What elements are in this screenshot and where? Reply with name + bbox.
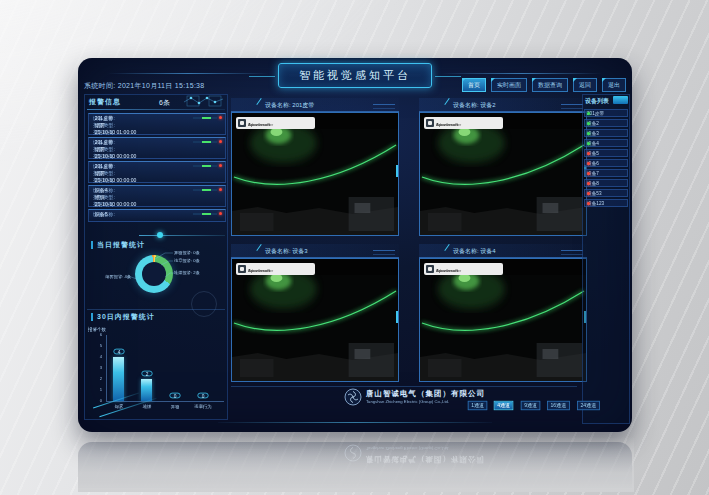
alarm-indicator [193,141,217,143]
video-frame[interactable]: ApowersoftVideo Converter [419,258,587,382]
status-dot [587,152,590,155]
device-row[interactable]: 设备6 [584,159,628,167]
alarm-panel-title: 报警信息 [89,97,121,107]
video-cell-1[interactable]: 设备名称: 201皮带 ApowersoftVi [231,98,399,236]
monthly-stats-title: 30日内报警统计 [91,313,155,321]
video-title: 设备名称: 设备2 [419,98,587,112]
channel-button-1[interactable]: 1通道 [468,401,488,410]
video-scene [232,259,398,381]
company-logo-reflection [344,444,362,462]
video-title: 设备名称: 设备3 [231,244,399,258]
x-tick: 违章行为 [192,404,214,410]
status-dot [587,172,590,175]
y-tick: 6 [92,332,103,336]
video-frame[interactable]: ApowersoftVideo Converter [231,112,399,236]
watermark-badge: ApowersoftVideo Converter [424,117,503,129]
device-row[interactable]: 设备8 [584,179,628,187]
alarm-indicator [193,189,217,191]
watermark-icon [238,119,246,127]
decoration-line [87,109,225,110]
nav-button-data-query[interactable]: 数据查询 [532,78,568,92]
status-dot [587,202,590,205]
device-row[interactable]: 设备7 [584,169,628,177]
alarm-card[interactable]: 设备名称:设备5 [88,209,226,222]
x-tick: 异物 [164,404,186,410]
status-dot [587,132,590,135]
decoration-line [108,73,268,74]
watermark-icon [426,265,434,273]
status-dot [587,112,590,115]
device-list-panel: 设备列表 201皮带 设备2 设备3 设备4 设备5 设备6 设备7 设备8 设… [582,94,630,424]
video-scene [232,113,398,235]
video-title: 设备名称: 设备4 [419,244,587,258]
device-row[interactable]: 设备3 [584,129,628,137]
alarm-list: 设备名称:201皮带 报警类型:烟雾 报警时间:21-10-10 01:00:0… [88,113,226,224]
panel-reflection-strip: 唐山智诚电气（集团）有限公司 Tangshan Zhicheng Electri… [78,442,632,488]
status-dot [587,192,590,195]
donut-label: 烟雾报警: 4条 [99,274,131,280]
bar-violation: 0 [194,335,212,401]
status-dot [587,122,590,125]
alarm-status-dot [219,116,222,119]
divider-ornament [139,235,225,236]
y-tick: 1 [92,387,103,391]
watermark-badge: ApowersoftVideo Converter [236,263,315,275]
alarm-status-dot [219,140,222,143]
alarm-sidebar: 报警信息 6条 设备名称:201皮带 报警类型:烟雾 报警时间:21-10-10… [84,94,228,420]
alarm-card[interactable]: 设备名称:201皮带 报警类型:烟雾 报警时间:21-10-10 00:00:0… [88,137,226,159]
device-row[interactable]: 设备4 [584,139,628,147]
video-title: 设备名称: 201皮带 [231,98,399,112]
device-list-tab[interactable] [613,96,628,104]
network-nodes-icon [181,94,227,109]
device-row[interactable]: 设备2 [584,119,628,127]
alarm-count-badge: 6条 [159,98,170,108]
device-row[interactable]: 设备5 [584,149,628,157]
nav-button-live-view[interactable]: 实时画面 [491,78,527,92]
alarm-card[interactable]: 设备名称:设备4 报警类型:堆煤 报警时间:21-10-10 00:00:00 [88,185,226,207]
alarm-indicator [193,165,217,167]
video-cell-2[interactable]: 设备名称: 设备2 ApowersoftVide [419,98,587,236]
watermark-badge: ApowersoftVideo Converter [424,263,503,275]
video-scene [420,113,586,235]
channel-button-24[interactable]: 24通道 [577,401,600,410]
donut-label: 堆煤报警: 2条 [174,270,200,276]
device-row[interactable]: 设备123 [584,199,628,207]
alarm-status-dot [219,188,222,191]
video-frame[interactable]: ApowersoftVideo Converter [419,112,587,236]
watermark-badge: ApowersoftVideo Converter [236,117,315,129]
bar-smoke: 4 [110,335,128,401]
y-tick: 5 [92,343,103,347]
video-cell-3[interactable]: 设备名称: 设备3 ApowersoftVide [231,244,399,382]
company-name-cn: 唐山智诚电气（集团）有限公司 [366,389,485,399]
alarm-indicator [193,213,217,215]
video-cell-4[interactable]: 设备名称: 设备4 ApowersoftVide [419,244,587,382]
alarm-status-dot [219,212,222,215]
alarm-status-dot [219,164,222,167]
device-row[interactable]: 设备53 [584,189,628,197]
status-dot [587,182,590,185]
device-rows: 201皮带 设备2 设备3 设备4 设备5 设备6 设备7 设备8 设备53 设… [584,109,628,209]
nav-button-home[interactable]: 首页 [462,78,486,92]
alarm-card[interactable]: 设备名称:201皮带 报警类型:烟雾 报警时间:21-10-10 01:00:0… [88,113,226,135]
video-frame[interactable]: ApowersoftVideo Converter [231,258,399,382]
bar-foreign-object: 0 [166,335,184,401]
alarm-indicator [193,117,217,119]
company-name-cn-reflection: 唐山智诚电气（集团）有限公司 [366,454,485,464]
system-time: 系统时间: 2021年10月11日 15:15:38 [84,81,205,91]
status-dot [587,142,590,145]
channel-switcher: 1通道 4通道 9通道 16通道 24通道 [466,400,601,411]
y-tick: 4 [92,354,103,358]
decoration-line [87,309,225,310]
alarm-card[interactable]: 设备名称:201皮带 报警类型:烟雾 报警时间:21-10-10 00:00:0… [88,161,226,183]
channel-button-16[interactable]: 16通道 [547,401,570,410]
channel-button-4[interactable]: 4通道 [494,401,514,410]
y-tick: 3 [92,365,103,369]
nav-button-exit[interactable]: 退出 [602,78,626,92]
video-scene [420,259,586,381]
device-row[interactable]: 201皮带 [584,109,628,117]
main-nav: 首页 实时画面 数据查询 返回 退出 [462,78,626,92]
decoration-line [231,386,577,387]
channel-button-9[interactable]: 9通道 [520,401,540,410]
nav-button-back[interactable]: 返回 [573,78,597,92]
page-title: 智能视觉感知平台 [278,63,432,88]
